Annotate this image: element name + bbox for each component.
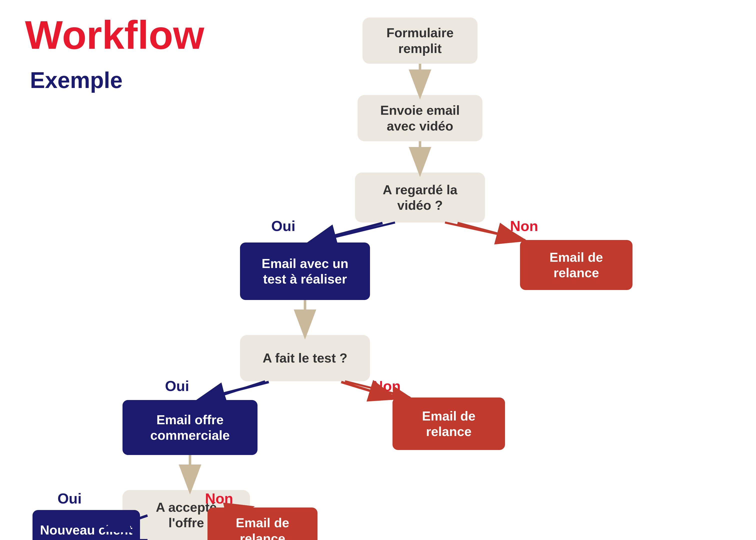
label-non-3: Non <box>205 490 233 507</box>
box-nouveau-client: Nouveau client <box>33 510 140 540</box>
label-oui-1: Oui <box>271 217 296 234</box>
label-oui-3: Oui <box>58 490 82 507</box>
svg-line-18 <box>311 223 383 242</box>
box-formulaire: Formulaireremplit <box>362 18 477 64</box>
svg-line-5 <box>317 222 395 241</box>
svg-line-21 <box>200 382 269 399</box>
box-email-offre: Email offrecommerciale <box>122 400 258 455</box>
page-subtitle: Exemple <box>30 68 122 93</box>
box-a-fait-test: A fait le test ? <box>240 335 370 381</box>
box-email-relance-3: Email derelance <box>207 507 317 540</box>
box-a-regarde: A regardé lavidéo ? <box>355 173 485 222</box>
label-oui-2: Oui <box>165 377 189 394</box>
box-email-relance-2: Email derelance <box>393 397 505 450</box>
label-non-2: Non <box>372 377 401 394</box>
label-non-1: Non <box>510 217 538 234</box>
box-email-relance-1: Email derelance <box>520 240 633 290</box>
box-email-test: Email avec untest à réaliser <box>240 242 370 300</box>
box-envoie-email: Envoie emailavec vidéo <box>357 95 482 141</box>
page-title: Workflow <box>25 15 204 55</box>
svg-line-8 <box>207 381 265 400</box>
